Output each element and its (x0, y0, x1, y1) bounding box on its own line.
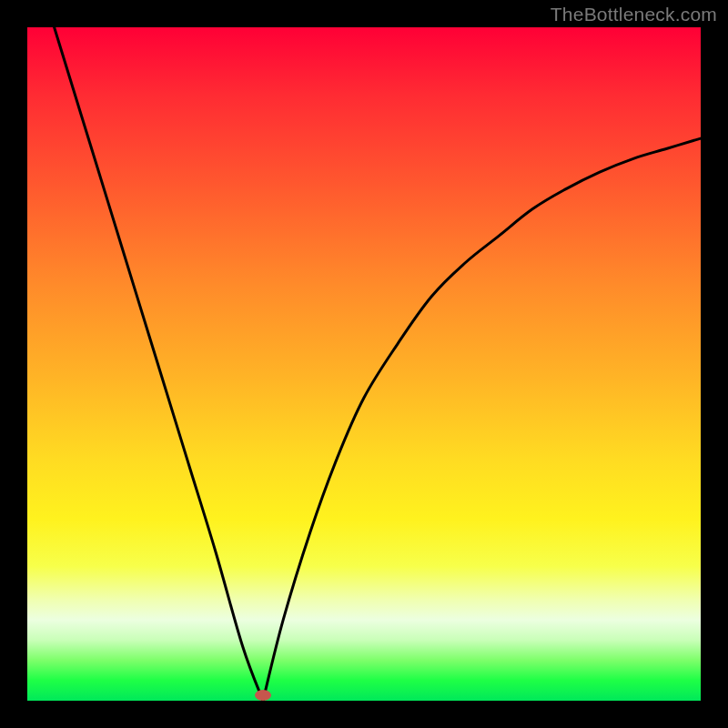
curve-left-branch (55, 27, 263, 701)
minimum-marker (255, 690, 271, 701)
curve-right-branch (263, 138, 701, 701)
plot-area (27, 27, 701, 701)
watermark-text: TheBottleneck.com (551, 4, 717, 25)
chart-frame: TheBottleneck.com (0, 0, 728, 728)
curve-svg (27, 27, 701, 701)
